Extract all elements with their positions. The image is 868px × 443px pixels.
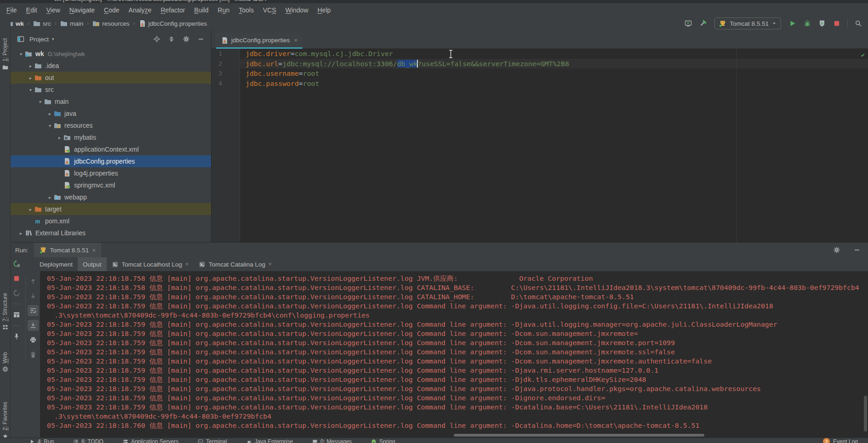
menu-item-window[interactable]: Window (281, 6, 313, 14)
rerun-icon[interactable] (12, 259, 21, 268)
soft-wrap-icon[interactable] (28, 305, 39, 316)
close-icon[interactable]: × (92, 247, 96, 254)
chevron-collapsed-icon[interactable]: ▸ (27, 75, 34, 80)
close-icon[interactable]: × (185, 261, 188, 267)
status-item-6-todo[interactable]: 6: TODO (73, 438, 103, 443)
tree-item-webapp[interactable]: ▸webapp (11, 191, 211, 203)
trash-icon[interactable] (28, 349, 39, 360)
menu-item-vcs[interactable]: VCS (258, 6, 281, 14)
stripe-button-1-project[interactable]: 1: Project (2, 38, 8, 70)
breadcrumb-item-jdbcconfig-properties[interactable]: jdbcConfig.properties (137, 20, 209, 27)
status-item-0-messages[interactable]: 0: Messages (312, 438, 352, 443)
tree-item-pom-xml[interactable]: mpom.xml (11, 215, 211, 227)
code-area[interactable]: jdbc.driver=com.mysql.cj.jdbc.Driverjdbc… (240, 49, 868, 242)
run-icon[interactable] (788, 19, 797, 28)
run-configuration-select[interactable]: Tomcat 8.5.51 (714, 17, 781, 29)
status-item-terminal[interactable]: Terminal (198, 438, 227, 443)
stop-icon[interactable] (833, 19, 841, 28)
coverage-icon[interactable] (818, 19, 826, 28)
menu-item-tools[interactable]: Tools (234, 6, 258, 14)
menu-item-help[interactable]: Help (313, 6, 336, 14)
tree-item-src[interactable]: ▾src (11, 84, 211, 96)
chevron-collapsed-icon[interactable]: ▸ (46, 195, 54, 200)
stripe-button-7-structure[interactable]: 7: Structure (2, 293, 8, 330)
status-item-java-enterprise[interactable]: Java Enterprise (246, 438, 293, 443)
menu-item-refactor[interactable]: Refactor (156, 6, 189, 14)
inspections-ok-icon[interactable]: ✔ (861, 50, 865, 60)
editor-body[interactable]: 1234 jdbc.driver=com.mysql.cj.jdbc.Drive… (211, 49, 868, 242)
chevron-expanded-icon[interactable]: ▾ (27, 87, 34, 92)
horizontal-scrollbar[interactable] (454, 434, 704, 437)
refresh-icon[interactable] (12, 289, 21, 298)
menu-item-navigate[interactable]: Navigate (65, 6, 99, 14)
console-output[interactable]: 05-Jan-2023 22:18:18.758 信息 [main] org.a… (40, 271, 868, 438)
breadcrumb-item-resources[interactable]: resources (91, 20, 131, 27)
stripe-button-2-favorites[interactable]: 2: Favorites (2, 402, 8, 439)
chevron-expanded-icon[interactable]: ▾ (17, 51, 25, 57)
tree-item-java[interactable]: ▸java (11, 108, 211, 119)
run-tab-deployment[interactable]: Deployment (34, 257, 78, 271)
tree-item-mybatis[interactable]: ▸mybatis (11, 131, 211, 143)
run-configuration-label: Tomcat 8.5.51 (730, 20, 769, 27)
tree-item-applicationcontext-xml[interactable]: applicationContext.xml (11, 143, 211, 155)
menu-item-edit[interactable]: Edit (22, 6, 42, 14)
layout-icon[interactable] (12, 310, 21, 319)
chevron-down-icon[interactable]: ▾ (52, 37, 54, 41)
status-item-application-servers[interactable]: Application Servers (123, 438, 178, 443)
pin-icon[interactable] (12, 332, 21, 341)
chevron-collapsed-icon[interactable]: ▸ (17, 231, 25, 236)
chevron-collapsed-icon[interactable]: ▸ (46, 111, 54, 116)
chevron-expanded-icon[interactable]: ▾ (36, 99, 44, 104)
minimize-icon[interactable] (852, 245, 862, 255)
search-icon[interactable] (854, 19, 862, 28)
minimize-icon[interactable] (195, 34, 206, 44)
scroll-end-icon[interactable] (28, 320, 39, 331)
status-item-4-run[interactable]: 4: Run (29, 438, 54, 443)
down-arrow-icon[interactable] (28, 290, 39, 301)
print-icon[interactable] (28, 335, 39, 346)
breadcrumb-item-src[interactable]: src (32, 20, 52, 27)
menu-item-analyze[interactable]: Analyze (124, 6, 156, 14)
menu-item-code[interactable]: Code (99, 6, 124, 14)
tree-item-resources[interactable]: ▾resources (11, 119, 211, 131)
project-panel-title[interactable]: Project (29, 36, 49, 43)
gear-icon[interactable] (832, 245, 841, 255)
tree-item-log4j-properties[interactable]: log4j.properties (11, 167, 211, 179)
chevron-collapsed-icon[interactable]: ▸ (27, 207, 34, 212)
menu-item-view[interactable]: View (42, 6, 65, 14)
run-configuration-tab[interactable]: Tomcat 8.5.51 × (34, 243, 102, 257)
up-arrow-icon[interactable] (28, 276, 39, 287)
tree-item-out[interactable]: ▸out (11, 72, 211, 84)
chevron-expanded-icon[interactable]: ▾ (46, 123, 54, 128)
run-tab-output[interactable]: Output (78, 257, 107, 271)
menu-item-build[interactable]: Build (189, 6, 213, 14)
locate-icon[interactable] (151, 34, 162, 44)
tree-item-idea[interactable]: ▸.idea (11, 60, 211, 72)
run-tab-tomcat-localhost-log[interactable]: Tomcat Localhost Log× (107, 257, 194, 271)
tree-item-wk[interactable]: ▾wkG:\shejiing\wk (11, 48, 211, 60)
editor-tab-jdbcconfig[interactable]: jdbcConfig.properties × (216, 33, 303, 49)
menu-item-run[interactable]: Run (213, 6, 234, 14)
menu-item-file[interactable]: File (2, 6, 22, 14)
tree-item-external-libraries[interactable]: ▸External Libraries (11, 227, 211, 239)
status-item-spring[interactable]: Spring (371, 438, 395, 443)
vertical-scrollbar[interactable] (864, 396, 867, 432)
close-icon[interactable]: × (268, 261, 272, 267)
event-log-button[interactable]: 3 Event Log (823, 438, 868, 443)
tree-item-springmvc-xml[interactable]: springmvc.xml (11, 179, 211, 191)
gear-icon[interactable] (181, 34, 192, 44)
collapse-all-icon[interactable] (166, 34, 177, 44)
monitor-run-icon[interactable] (684, 19, 692, 28)
stripe-button-web[interactable]: Web (2, 352, 8, 372)
stop-icon[interactable] (12, 274, 21, 283)
tree-item-target[interactable]: ▸target (11, 203, 211, 215)
tree-item-main[interactable]: ▾main (11, 96, 211, 108)
run-tab-tomcat-catalina-log[interactable]: Tomcat Catalina Log× (194, 257, 277, 271)
tree-item-jdbcconfig-properties[interactable]: jdbcConfig.properties (11, 155, 211, 167)
chevron-collapsed-icon[interactable]: ▸ (27, 63, 34, 68)
breadcrumb-item-main[interactable]: main (59, 20, 85, 27)
hammer-icon[interactable] (699, 19, 707, 28)
debug-icon[interactable] (803, 19, 811, 28)
chevron-collapsed-icon[interactable]: ▸ (56, 135, 63, 140)
close-icon[interactable]: × (294, 37, 298, 44)
